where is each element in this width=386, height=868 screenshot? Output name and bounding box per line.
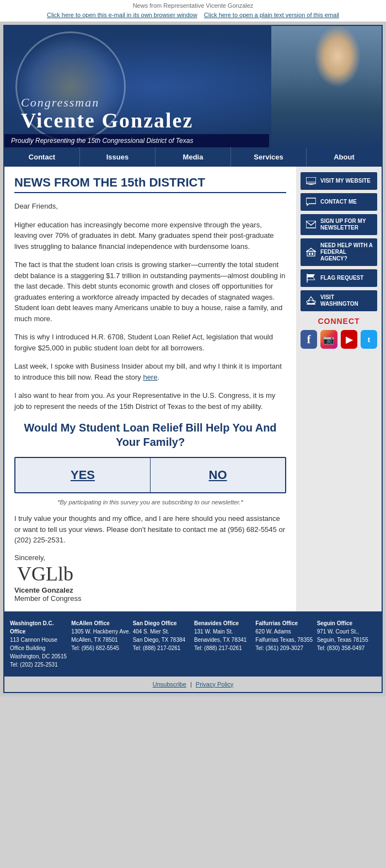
congressman-label: Congressman xyxy=(21,95,193,110)
mcallen-office-tel: Tel: (956) 682-5545 xyxy=(71,645,119,651)
survey-note: *By participating in this survey you are… xyxy=(14,499,286,505)
visit-washington-label: VISIT WASHINGTON xyxy=(320,294,373,307)
main-content: NEWS FROM THE 15th DISTRICT Dear Friends… xyxy=(4,167,296,611)
dc-office-address: 113 Cannon House Office Building xyxy=(10,637,57,651)
footer-sandiego-office: San Diego Office 404 S. Mier St. San Die… xyxy=(133,619,192,669)
header-photo xyxy=(271,26,382,147)
sandiego-office-address: 404 S. Mier St. xyxy=(133,629,169,635)
footer-seguin-office: Seguin Office 971 W. Court St., Seguin, … xyxy=(317,619,376,669)
svg-point-11 xyxy=(307,300,315,303)
visit-washington-btn[interactable]: VISIT WASHINGTON xyxy=(301,290,377,311)
facebook-icon[interactable]: f xyxy=(301,330,317,349)
svg-rect-7 xyxy=(309,253,310,255)
youtube-icon[interactable]: ▶ xyxy=(341,330,357,349)
mcallen-office-address: 1305 W. Hackberry Ave. xyxy=(71,629,130,635)
plain-link[interactable]: Click here to open a plain text version … xyxy=(204,12,339,18)
sandiego-office-city: San Diego, TX 78384 xyxy=(133,637,185,643)
signee-name: Vicente Gonzalez xyxy=(14,586,286,594)
browser-link[interactable]: Click here to open this e-mail in its ow… xyxy=(47,12,197,18)
seguin-office-name: Seguin Office xyxy=(317,619,376,627)
separator: | xyxy=(190,681,192,688)
dc-office-name: Washington D.C. Office xyxy=(10,619,69,636)
unsubscribe-link[interactable]: Unsubscribe xyxy=(153,681,186,688)
mcallen-office-name: McAllen Office xyxy=(71,619,130,627)
contact-me-btn[interactable]: CONTACT ME xyxy=(301,193,377,211)
svg-rect-4 xyxy=(306,221,316,228)
privacy-link[interactable]: Privacy Policy xyxy=(196,681,233,688)
svg-rect-0 xyxy=(306,177,316,184)
instagram-icon[interactable]: 📷 xyxy=(320,330,337,349)
newsletter-label: SIGN UP FOR MY NEWSLETTER xyxy=(320,218,373,231)
contact-me-label: CONTACT ME xyxy=(320,199,357,205)
photo-person xyxy=(271,26,382,147)
flag-request-label: FLAG REQUEST xyxy=(320,275,363,281)
main-layout: NEWS FROM THE 15th DISTRICT Dear Friends… xyxy=(4,167,382,611)
dc-office-city: Washington, DC 20515 xyxy=(10,653,67,659)
visit-website-label: VISIT MY WEBSITE xyxy=(320,178,371,184)
falfurrias-office-address: 620 W. Adams xyxy=(255,629,291,635)
nav-about[interactable]: About xyxy=(307,147,382,167)
connect-label: CONNECT xyxy=(301,317,377,326)
survey-title: Would My Student Loan Relief Bill Help Y… xyxy=(14,420,286,449)
yes-button[interactable]: YES xyxy=(15,458,151,492)
footer-links: Unsubscribe | Privacy Policy xyxy=(4,677,382,692)
flag-request-btn[interactable]: FLAG REQUEST xyxy=(301,269,377,287)
closing-text: I truly value your thoughts and my offic… xyxy=(14,513,286,546)
nav-contact[interactable]: Contact xyxy=(4,147,80,167)
sincerely: Sincerely, xyxy=(14,553,286,562)
nav-services[interactable]: Services xyxy=(231,147,307,167)
footer-dc-office: Washington D.C. Office 113 Cannon House … xyxy=(10,619,69,669)
svg-rect-13 xyxy=(307,303,315,305)
envelope-icon xyxy=(305,220,317,230)
benavides-office-tel: Tel: (888) 217-0261 xyxy=(194,645,242,651)
paragraph-1: Higher education has increasingly become… xyxy=(14,220,286,252)
benavides-office-name: Benavides Office xyxy=(194,619,253,627)
preheader-text: News from Representative Vicente Gonzale… xyxy=(133,2,254,9)
no-button[interactable]: NO xyxy=(151,458,285,492)
falfurrias-office-tel: Tel: (361) 209-3027 xyxy=(255,645,303,651)
federal-agency-btn[interactable]: NEED HELP WITH A FEDERAL AGENCY? xyxy=(301,238,377,266)
header-text: Congressman Vicente Gonzalez xyxy=(21,95,193,131)
signee-title: Member of Congress xyxy=(14,594,286,603)
visit-website-btn[interactable]: VISIT MY WEBSITE xyxy=(301,172,377,190)
dc-office-tel: Tel: (202) 225-2531 xyxy=(10,662,58,668)
seguin-office-address: 971 W. Court St., Seguin, Texas 78155 xyxy=(317,629,368,643)
federal-agency-label: NEED HELP WITH A FEDERAL AGENCY? xyxy=(320,242,373,262)
footer-benavides-office: Benavides Office 131 W. Main St. Benavid… xyxy=(194,619,253,669)
congressman-name: Vicente Gonzalez xyxy=(21,110,193,131)
falfurrias-office-name: Falfurrias Office xyxy=(255,619,314,627)
benavides-office-city: Benavides, TX 78341 xyxy=(194,637,246,643)
falfurrias-office-city: Falfurrias Texas, 78355 xyxy=(255,637,313,643)
paragraph-2: The fact is that the student loan crisis… xyxy=(14,259,286,324)
sandiego-office-tel: Tel: (888) 217-0261 xyxy=(133,645,181,651)
survey-box: YES NO xyxy=(14,457,286,493)
paragraph-4: Last week, I spoke with Business Insider… xyxy=(14,361,286,382)
monitor-icon xyxy=(305,176,317,186)
mcallen-office-city: McAllen, TX 78501 xyxy=(71,637,117,643)
paragraph-5: I also want to hear from you. As your Re… xyxy=(14,390,286,412)
footer-mcallen-office: McAllen Office 1305 W. Hackberry Ave. Mc… xyxy=(71,619,130,669)
here-link[interactable]: here xyxy=(143,373,157,381)
header-subtitle: Proudly Representing the 15th Congressio… xyxy=(4,134,269,147)
nav-media[interactable]: Media xyxy=(156,147,231,167)
header: Congressman Vicente Gonzalez Proudly Rep… xyxy=(4,26,382,147)
nav-issues[interactable]: Issues xyxy=(80,147,156,167)
preheader: News from Representative Vicente Gonzale… xyxy=(0,0,386,10)
footer: Washington D.C. Office 113 Cannon House … xyxy=(4,611,382,677)
social-icons: f 📷 ▶ t xyxy=(301,330,377,349)
twitter-icon[interactable]: t xyxy=(361,330,377,349)
building-icon xyxy=(305,247,317,257)
navigation: Contact Issues Media Services About xyxy=(4,147,382,167)
benavides-office-address: 131 W. Main St. xyxy=(194,629,233,635)
sidebar: VISIT MY WEBSITE CONTACT ME xyxy=(296,167,382,611)
svg-rect-8 xyxy=(312,253,313,255)
outer-wrapper: Congressman Vicente Gonzalez Proudly Rep… xyxy=(0,22,386,696)
newsletter-btn[interactable]: SIGN UP FOR MY NEWSLETTER xyxy=(301,214,377,235)
email-container: Congressman Vicente Gonzalez Proudly Rep… xyxy=(3,25,383,693)
flag-icon xyxy=(305,273,317,283)
comment-icon xyxy=(305,197,317,207)
dome-icon xyxy=(305,296,317,306)
greeting: Dear Friends, xyxy=(14,201,286,212)
paragraph-3: This is why I introduced H.R. 6708, Stud… xyxy=(14,332,286,353)
signature: VGLlb xyxy=(14,564,286,584)
